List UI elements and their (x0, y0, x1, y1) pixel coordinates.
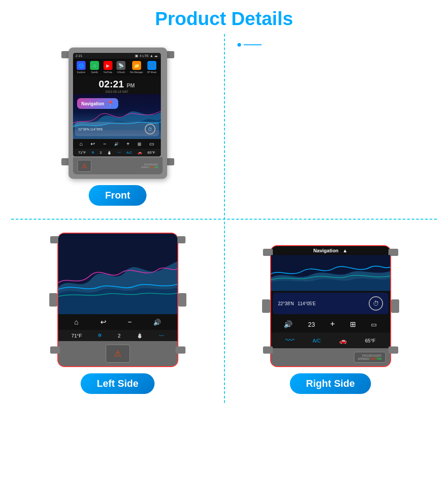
time-display: 02:21 PM 2022-05-14 SAT (73, 76, 161, 94)
left-ac-bar: 71°F ✲ 2 ⛄ 〰 (58, 330, 177, 341)
device-bottom-panel: ⚠ PASSENGER AIRBAG OFFON (73, 157, 163, 174)
left-bracket-mr (178, 293, 186, 307)
left-bottom-panel: ⚠ (58, 341, 177, 366)
right-temp: 65°F (365, 338, 375, 343)
right-zoom-screen: Navigation ▲ (271, 246, 390, 348)
right-vol-num: 23 (308, 321, 315, 328)
right-car-icon: 🚗 (339, 337, 347, 344)
right-bracket-bl (263, 346, 273, 354)
screen-status-bar: 2:21 ▣ 4 LTE ▲ ☁ (73, 53, 161, 59)
right-bottom-panel: PASSENGER AIRBAG OFFON (271, 348, 390, 366)
coord-text: 22°38'N 114°05'E (78, 128, 103, 131)
page-title: Product Details (155, 8, 293, 30)
left-temp-left: 71°F (71, 333, 82, 338)
hazard-icon: ⚠ (82, 162, 87, 169)
left-airflow-icon: 〰 (159, 333, 164, 338)
top-right-cell (224, 34, 437, 219)
left-bracket-ml (49, 293, 57, 307)
left-hazard-btn: ⚠ (106, 345, 130, 363)
right-wave-svg (271, 255, 390, 291)
temp-right: 65°F (147, 151, 155, 155)
front-view-cell: 2:21 ▣ 4 LTE ▲ ☁ 🌐 Explorer ♫ Spotify (11, 34, 224, 219)
front-device-wrapper: 2:21 ▣ 4 LTE ▲ ☁ 🌐 Explorer ♫ Spotify (69, 48, 167, 206)
front-label: Front (89, 185, 146, 206)
app-icons-row: 🌐 Explorer ♫ Spotify ▶ YouTube (73, 59, 161, 76)
ac-controls-bar: 71°F ✲ 2 ⛄ 〰 A/C 🚗 65°F (73, 149, 161, 156)
right-bracket-mr (391, 299, 399, 313)
left-zoom-panel: ⌂ ↩ − 🔊 71°F ✲ 2 ⛄ 〰 (57, 233, 178, 367)
right-volume-icon: 🔊 (284, 320, 293, 329)
left-wave-area (58, 234, 177, 314)
right-side-cell: Navigation ▲ (224, 219, 437, 403)
front-screen: 2:21 ▣ 4 LTE ▲ ☁ 🌐 Explorer ♫ Spotify (73, 53, 161, 156)
left-side-cell: ⌂ ↩ − 🔊 71°F ✲ 2 ⛄ 〰 (11, 219, 224, 403)
dot-indicator (237, 43, 241, 47)
minus-icon: − (103, 141, 106, 147)
hazard-button: ⚠ (78, 160, 91, 172)
left-zoom-screen: ⌂ ↩ − 🔊 71°F ✲ 2 ⛄ 〰 (58, 234, 177, 341)
left-fan-icon: ✲ (98, 333, 102, 338)
car-icon: 🚗 (138, 151, 142, 155)
volume-icon: 🔊 (114, 142, 119, 146)
coord-card: 22°38'N 114°05'E ⏱ (75, 122, 159, 136)
front-device-body: 2:21 ▣ 4 LTE ▲ ☁ 🌐 Explorer ♫ Spotify (69, 48, 167, 179)
rect-icon: ▭ (149, 141, 154, 147)
left-fan-speed: 2 (118, 333, 121, 338)
clock-date: 2022-05-14 SAT (73, 90, 161, 93)
app-filemanager: 📁 File Manager (130, 61, 143, 74)
back-icon: ↩ (90, 141, 95, 147)
screen-status-icons: ▣ 4 LTE ▲ ☁ (135, 54, 158, 58)
grid-icon: ⊞ (138, 142, 141, 147)
left-minus-icon: − (128, 318, 132, 326)
left-side-device: ⌂ ↩ − 🔊 71°F ✲ 2 ⛄ 〰 (57, 233, 178, 367)
map-area: Navigation 📍 (73, 94, 161, 139)
left-volume-icon: 🔊 (153, 319, 161, 326)
right-wave-area (271, 255, 390, 291)
left-defrost-icon: ⛄ (137, 333, 143, 338)
fan-speed: 2 (100, 151, 102, 155)
right-airbag-label: PASSENGER AIRBAG OFFON (354, 352, 386, 363)
right-bracket-br (388, 346, 398, 354)
front-device: 2:21 ▣ 4 LTE ▲ ☁ 🌐 Explorer ♫ Spotify (69, 48, 167, 179)
coord-clock-icon: ⏱ (145, 124, 155, 134)
right-clock-icon: ⏱ (369, 296, 383, 311)
right-plus-icon: + (330, 320, 335, 329)
left-bracket-bl (50, 346, 60, 354)
app-spotify: ♫ Spotify (90, 61, 99, 74)
ac-label: A/C (126, 151, 132, 155)
right-airflow-icon: 〰 (285, 335, 294, 346)
left-side-label: Left Side (81, 373, 155, 394)
right-coord-text: 22°38'N 114°05'E (278, 301, 316, 306)
right-zoom-panel: Navigation ▲ (270, 245, 391, 367)
dash-indicator (244, 44, 262, 45)
app-btmusic: 🎵 BT Music (147, 61, 157, 74)
left-bracket-br (176, 346, 185, 354)
left-home-icon: ⌂ (74, 318, 79, 326)
right-nav-text: Navigation ▲ (271, 246, 390, 255)
fan-icon: ✲ (91, 151, 95, 155)
left-wave-svg (58, 234, 177, 314)
left-back-icon: ↩ (100, 318, 106, 326)
right-ac-bar: 〰 A/C 🚗 65°F (271, 333, 390, 348)
right-side-label: Right Side (290, 373, 371, 394)
airbag-label: PASSENGER AIRBAG OFFON (141, 163, 158, 169)
app-explorer: 🌐 Explorer (77, 61, 86, 74)
right-ac-label: A/C (313, 338, 321, 343)
temp-left: 71°F (78, 151, 86, 155)
screen-controls-row: ⌂ ↩ − 🔊 + ⊞ ▭ (73, 139, 161, 149)
right-grid-icon: ⊞ (350, 320, 356, 329)
left-hazard-icon: ⚠ (114, 349, 121, 359)
right-coord-row: 22°38'N 114°05'E ⏱ (273, 293, 388, 314)
defrost-icon: ⛄ (107, 151, 112, 155)
screen-time-small: 2:21 (76, 54, 83, 58)
right-bracket-ml (262, 299, 270, 313)
plus-icon: + (126, 141, 129, 147)
dot-dash-indicator (237, 43, 262, 47)
product-details-grid: 2:21 ▣ 4 LTE ▲ ☁ 🌐 Explorer ♫ Spotify (11, 34, 437, 403)
clock-time: 02:21 PM (73, 78, 161, 90)
airflow-icon: 〰 (117, 151, 121, 155)
right-zoom-controls: 🔊 23 + ⊞ ▭ (271, 316, 390, 333)
left-zoom-controls: ⌂ ↩ − 🔊 (58, 314, 177, 330)
left-device-wrapper: ⌂ ↩ − 🔊 71°F ✲ 2 ⛄ 〰 (57, 233, 178, 394)
right-side-device: Navigation ▲ (270, 245, 391, 367)
